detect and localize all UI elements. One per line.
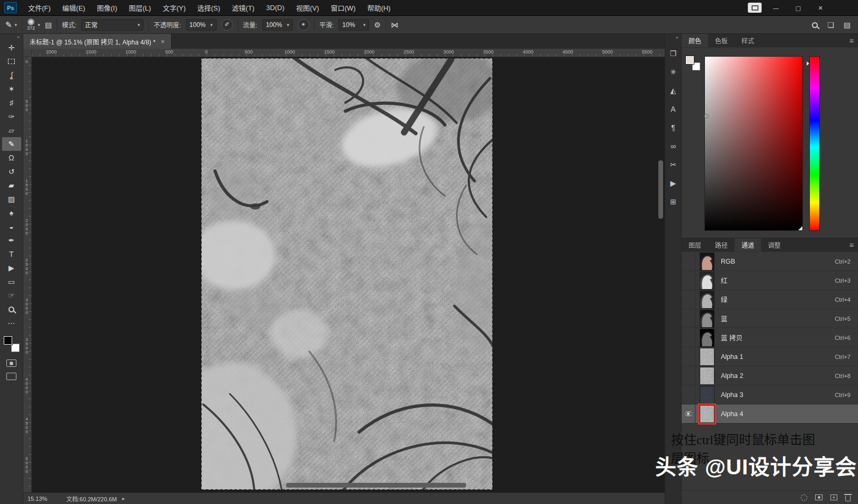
hue-slider-marker[interactable]: [807, 61, 809, 66]
channel-row-蓝[interactable]: 蓝Ctrl+5: [682, 309, 858, 328]
menu-item[interactable]: 图像(I): [91, 0, 123, 15]
channel-row-alpha-3[interactable]: Alpha 3Ctrl+9: [682, 385, 858, 404]
channel-thumbnail[interactable]: [700, 406, 714, 422]
visibility-toggle[interactable]: [682, 309, 695, 328]
channel-thumbnail[interactable]: [700, 291, 714, 308]
visibility-toggle[interactable]: [682, 328, 695, 347]
menu-item[interactable]: 视图(V): [290, 0, 325, 15]
channels-tab[interactable]: 调整: [761, 238, 788, 251]
background-color-swatch[interactable]: [11, 344, 20, 352]
workspace-icon-2[interactable]: ▤: [844, 21, 851, 29]
canvas-image[interactable]: [201, 58, 493, 490]
pasteboard[interactable]: [32, 57, 665, 492]
menu-item[interactable]: 帮助(H): [361, 0, 396, 15]
maximize-button[interactable]: ▢: [787, 0, 809, 16]
crop-tool[interactable]: ♯: [2, 96, 21, 110]
workspace-icon-1[interactable]: ❏: [827, 21, 834, 29]
healing-brush-tool[interactable]: ▱: [2, 123, 21, 137]
path-selection-tool[interactable]: ▶: [2, 261, 21, 275]
ruler-corner[interactable]: [23, 49, 32, 57]
smoothing-options-gear-icon[interactable]: ⚙: [374, 21, 381, 29]
menu-item[interactable]: 编辑(E): [57, 0, 91, 15]
save-selection-icon[interactable]: [815, 494, 823, 500]
channel-thumbnail[interactable]: [700, 386, 714, 403]
load-selection-icon[interactable]: [801, 494, 807, 501]
channel-row-alpha-4[interactable]: Alpha 4: [682, 404, 858, 424]
menu-item[interactable]: 窗口(W): [325, 0, 361, 15]
status-arrow-icon[interactable]: ▸: [122, 496, 125, 501]
edit-toolbar-button[interactable]: ⋯: [2, 316, 21, 330]
menu-item[interactable]: 文字(Y): [157, 0, 191, 15]
panel-color-swatches[interactable]: [686, 56, 700, 70]
panel-icon-histogram[interactable]: ⊞: [666, 195, 680, 209]
panel-icon-clipping[interactable]: ✂: [666, 158, 680, 172]
menu-item[interactable]: 文件(F): [22, 0, 57, 15]
dodge-tool[interactable]: ◒: [2, 220, 21, 233]
visibility-toggle[interactable]: [682, 252, 695, 271]
channel-thumbnail[interactable]: [700, 329, 714, 346]
tool-preset-picker[interactable]: ✎ ▾: [5, 20, 17, 30]
shape-tool[interactable]: ▭: [2, 275, 21, 289]
new-channel-icon[interactable]: +: [830, 494, 837, 500]
visibility-toggle[interactable]: [682, 347, 695, 366]
color-tab[interactable]: 样式: [735, 34, 761, 47]
clone-stamp-tool[interactable]: Ω: [2, 151, 21, 165]
menu-item[interactable]: 选择(S): [191, 0, 226, 15]
marquee-tool[interactable]: [2, 55, 21, 68]
channel-thumbnail[interactable]: [700, 253, 714, 270]
minimize-button[interactable]: —: [765, 0, 787, 16]
gradient-tool[interactable]: ▨: [2, 192, 21, 206]
menu-item[interactable]: 滤镜(T): [226, 0, 261, 15]
blend-mode-select[interactable]: 正常 ▾: [81, 19, 144, 31]
channels-tab[interactable]: 图层: [682, 238, 708, 251]
close-button[interactable]: ✕: [809, 0, 832, 16]
toolbar-collapse-icon[interactable]: »: [17, 34, 23, 41]
horizontal-scrollbar-thumb[interactable]: [286, 483, 466, 488]
brush-preset-picker[interactable]: 372 ▾: [27, 19, 40, 31]
eyedropper-tool[interactable]: ✑: [2, 110, 21, 123]
blur-tool[interactable]: ♠: [2, 206, 21, 220]
magic-wand-tool[interactable]: ✶: [2, 82, 21, 96]
channel-row-蓝-拷贝[interactable]: 蓝 拷贝Ctrl+6: [682, 328, 858, 347]
pressure-opacity-icon[interactable]: ✐: [221, 19, 233, 31]
zoom-tool[interactable]: [2, 302, 21, 316]
move-tool[interactable]: ✛: [2, 41, 21, 55]
channel-row-alpha-1[interactable]: Alpha 1Ctrl+7: [682, 347, 858, 366]
zoom-level[interactable]: 15.13%: [28, 496, 47, 502]
panel-icon-properties[interactable]: ❐: [666, 47, 680, 60]
channel-thumbnail[interactable]: [700, 272, 714, 289]
color-cursor-icon[interactable]: [704, 114, 709, 119]
foreground-background-swatches[interactable]: [4, 336, 20, 352]
hue-slider[interactable]: [809, 56, 820, 231]
flow-select[interactable]: 100% ▾: [262, 19, 293, 31]
channel-row-alpha-2[interactable]: Alpha 2Ctrl+8: [682, 366, 858, 385]
panel-icon-brush-settings[interactable]: ✳: [666, 65, 680, 79]
screen-mode-button[interactable]: [6, 373, 16, 380]
color-tab[interactable]: 色板: [708, 34, 735, 47]
saturation-brightness-field[interactable]: [704, 56, 803, 231]
panel-icon-actions[interactable]: ▶: [666, 176, 680, 190]
channels-tab[interactable]: 路径: [708, 238, 735, 251]
visibility-toggle[interactable]: [682, 385, 695, 404]
panel-icon-gradients[interactable]: ◭: [666, 84, 680, 97]
search-icon[interactable]: [812, 22, 818, 28]
document-tab[interactable]: 未标题-1 @ 15.1% (原图 拷贝 1, Alpha 4/8) * ×: [23, 34, 172, 49]
channel-thumbnail[interactable]: [700, 310, 714, 327]
channel-thumbnail[interactable]: [700, 348, 714, 365]
brush-tool[interactable]: ✎: [2, 137, 21, 151]
pen-tool[interactable]: ✒: [2, 233, 21, 247]
channels-tab[interactable]: 通道: [735, 238, 761, 251]
quick-mask-button[interactable]: [6, 359, 16, 367]
panel-icon-character[interactable]: A: [666, 102, 680, 116]
vertical-scrollbar-thumb[interactable]: [658, 160, 663, 219]
eraser-tool[interactable]: ▰: [2, 178, 21, 192]
opacity-select[interactable]: 100% ▾: [186, 19, 217, 31]
smoothing-select[interactable]: 10% ▾: [338, 19, 369, 31]
type-tool[interactable]: T: [2, 247, 21, 261]
dock-collapse-icon[interactable]: «: [676, 35, 681, 42]
panel-menu-icon[interactable]: ≡: [850, 34, 854, 48]
channel-row-红[interactable]: 红Ctrl+3: [682, 271, 858, 290]
brush-settings-panel-toggle[interactable]: ▤: [45, 21, 52, 29]
hand-tool[interactable]: ☞: [2, 289, 21, 302]
delete-channel-icon[interactable]: [845, 496, 851, 501]
